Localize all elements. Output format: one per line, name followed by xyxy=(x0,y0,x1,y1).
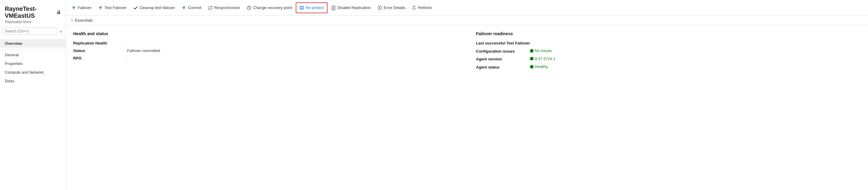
sidebar-item-general[interactable]: General xyxy=(0,51,66,59)
commit-icon xyxy=(182,5,186,10)
last-test-failover-value: - xyxy=(530,41,531,46)
replication-health-row: Replication Health - xyxy=(73,41,458,46)
config-issues-value: No issues xyxy=(530,48,552,53)
failover-label: Failover xyxy=(78,5,91,10)
replication-health-label: Replication Health xyxy=(73,41,127,46)
health-status-title: Health and status xyxy=(73,31,458,36)
print-icon[interactable]: 🖨 xyxy=(56,10,61,15)
sidebar-nav: Overview General Properties Compute and … xyxy=(0,39,66,85)
agent-version-label: Agent version xyxy=(476,57,530,61)
agent-version-row: Agent version 9.37.5724.1 xyxy=(476,56,861,62)
refresh-label: Refresh xyxy=(418,5,432,10)
commit-button[interactable]: Commit xyxy=(179,2,204,13)
failover-readiness-section: Failover readiness Last successful Test … xyxy=(476,31,861,73)
health-status-section: Health and status Replication Health - S… xyxy=(73,31,458,73)
failover-readiness-title: Failover readiness xyxy=(476,31,861,36)
last-test-failover-row: Last successful Test Failover - xyxy=(476,41,861,46)
svg-rect-8 xyxy=(183,8,184,9)
svg-point-1 xyxy=(72,6,75,8)
sidebar-subtitle: Replicated items xyxy=(5,20,61,24)
sidebar-item-label: Overview xyxy=(5,41,22,46)
config-issues-label: Configuration issues xyxy=(476,49,530,54)
sidebar-header: RayneTest-VMEastUS 🖨 Replicated items xyxy=(0,2,66,25)
essentials-header[interactable]: ∨ Essentials xyxy=(66,16,868,25)
failover-button[interactable]: Failover xyxy=(68,2,94,13)
resynchronize-label: Resynchronize xyxy=(214,5,240,10)
svg-rect-2 xyxy=(73,8,74,9)
error-details-button[interactable]: Error Details xyxy=(374,2,408,13)
sidebar-collapse-button[interactable]: « xyxy=(59,28,63,34)
replication-health-value: - xyxy=(127,41,128,46)
disable-replication-button[interactable]: Disable Replication xyxy=(328,2,374,13)
svg-rect-5 xyxy=(100,8,101,9)
change-recovery-point-icon xyxy=(247,5,251,10)
test-failover-label: Test Failover xyxy=(104,5,127,10)
status-row: Status Failover committed xyxy=(73,48,458,53)
sidebar-title-row: RayneTest-VMEastUS 🖨 xyxy=(5,5,61,19)
failover-icon xyxy=(71,5,76,10)
cleanup-test-failover-button[interactable]: Cleanup test failover xyxy=(130,2,178,13)
sidebar-search-row: « xyxy=(0,25,66,38)
re-protect-button[interactable]: Re-protect xyxy=(296,2,328,13)
sidebar-item-label: Compute and Network xyxy=(5,70,43,75)
config-issues-status: No issues xyxy=(530,48,552,53)
sidebar-item-label: General xyxy=(5,53,19,57)
sidebar: RayneTest-VMEastUS 🖨 Replicated items « … xyxy=(0,0,66,190)
change-recovery-point-button[interactable]: Change recovery point xyxy=(244,2,295,13)
sidebar-divider xyxy=(0,49,66,49)
test-failover-icon xyxy=(98,5,103,10)
refresh-button[interactable]: Refresh xyxy=(409,2,435,13)
page-title: RayneTest-VMEastUS xyxy=(5,5,51,19)
toolbar: Failover Test Failover Cleanup test fail… xyxy=(66,0,868,16)
sidebar-item-overview[interactable]: Overview xyxy=(0,39,66,48)
sidebar-item-compute-network[interactable]: Compute and Network xyxy=(0,68,66,77)
status-value: Failover committed xyxy=(127,48,160,53)
agent-status-value: Healthy xyxy=(530,64,548,69)
refresh-icon xyxy=(412,5,416,10)
svg-point-7 xyxy=(183,6,185,8)
re-protect-icon xyxy=(299,5,304,10)
cleanup-label: Cleanup test failover xyxy=(140,5,175,10)
resynchronize-button[interactable]: Resynchronize xyxy=(205,2,243,13)
svg-point-4 xyxy=(99,6,102,8)
svg-point-22 xyxy=(379,8,380,9)
config-issues-row: Configuration issues No issues xyxy=(476,48,861,54)
last-test-failover-label: Last successful Test Failover xyxy=(476,41,530,46)
disable-replication-icon xyxy=(331,5,336,10)
sidebar-item-disks[interactable]: Disks xyxy=(0,77,66,85)
error-details-label: Error Details xyxy=(383,5,405,10)
agent-version-status: 9.37.5724.1 xyxy=(530,56,555,61)
change-recovery-point-label: Change recovery point xyxy=(253,5,292,10)
test-failover-button[interactable]: Test Failover xyxy=(95,2,130,13)
resynchronize-icon xyxy=(208,5,213,10)
disable-replication-label: Disable Replication xyxy=(337,5,371,10)
essentials-toggle-icon: ∨ xyxy=(71,18,73,22)
status-label: Status xyxy=(73,48,127,53)
agent-status-row: Agent status Healthy xyxy=(476,64,861,70)
rpo-row: RPO - xyxy=(73,56,458,60)
content-area: Health and status Replication Health - S… xyxy=(66,25,868,79)
agent-version-value: 9.37.5724.1 xyxy=(530,56,555,61)
error-details-icon xyxy=(377,5,382,10)
rpo-value: - xyxy=(127,56,128,60)
agent-status-label: Agent status xyxy=(476,65,530,70)
cleanup-icon xyxy=(133,5,138,10)
sidebar-item-properties[interactable]: Properties xyxy=(0,59,66,68)
search-input[interactable] xyxy=(2,28,57,35)
sidebar-item-label: Properties xyxy=(5,61,23,66)
re-protect-label: Re-protect xyxy=(306,5,324,10)
agent-status-badge: Healthy xyxy=(530,64,548,69)
commit-label: Commit xyxy=(188,5,201,10)
essentials-label: Essentials xyxy=(75,18,93,23)
rpo-label: RPO xyxy=(73,56,127,60)
main-content: Failover Test Failover Cleanup test fail… xyxy=(66,0,868,190)
sidebar-item-label: Disks xyxy=(5,79,14,83)
